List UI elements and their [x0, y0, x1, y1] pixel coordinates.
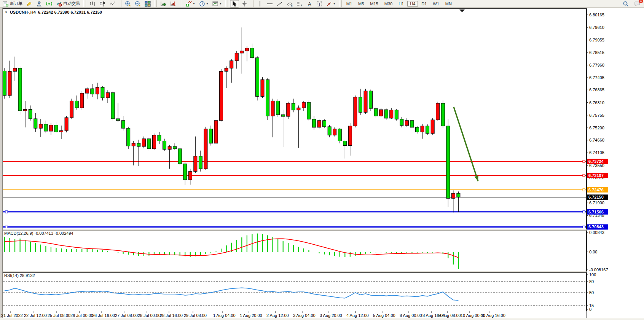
- auto-scroll-button[interactable]: [159, 0, 168, 8]
- svg-text:6.70843: 6.70843: [588, 224, 604, 229]
- svg-text:6.78515: 6.78515: [589, 50, 604, 55]
- timeframe-m30-button[interactable]: M30: [382, 1, 395, 7]
- styles-button[interactable]: [25, 0, 34, 8]
- svg-text:6.74105: 6.74105: [589, 150, 604, 155]
- line-handle[interactable]: [583, 211, 585, 213]
- cursor-button[interactable]: [230, 0, 239, 8]
- zoom-out-icon: [135, 1, 141, 7]
- tile-windows-button[interactable]: [143, 0, 152, 8]
- line-handle[interactable]: [583, 189, 585, 191]
- periods-button[interactable]: ▼: [198, 0, 210, 8]
- alerts-button[interactable]: [45, 0, 54, 8]
- date-label: 28 Jul 16:00: [160, 313, 183, 318]
- horizontal-line-button[interactable]: [265, 0, 274, 8]
- macd-pane[interactable]: [3, 231, 587, 271]
- text-label-button[interactable]: T: [315, 0, 324, 8]
- toolbar-separator: [83, 0, 86, 7]
- rsi-axis-label: 80: [589, 279, 594, 284]
- toolbar-right: 1: [621, 0, 644, 8]
- equidistant-channel-icon: E: [287, 1, 293, 7]
- scroll-group: [158, 0, 179, 7]
- line-handle[interactable]: [583, 174, 585, 177]
- cursor-icon: [231, 1, 238, 7]
- autotrading-button[interactable]: 自动交易: [54, 0, 81, 8]
- symbol-period-label: USDCNH-,H4: [10, 10, 36, 14]
- chart-type-group: [87, 0, 118, 7]
- timeframe-d1-button[interactable]: D1: [419, 1, 429, 7]
- arrow-objects-icon: [326, 1, 332, 7]
- timeframe-mn-button[interactable]: MN: [443, 1, 454, 7]
- rsi-axis-label: 100: [589, 272, 596, 277]
- line-handle[interactable]: [5, 211, 8, 213]
- equidistant-channel-button[interactable]: E: [285, 0, 294, 8]
- search-button[interactable]: [621, 0, 630, 8]
- templates-button[interactable]: ▼: [211, 0, 223, 8]
- timeframe-w1-button[interactable]: W1: [430, 1, 442, 7]
- text-button[interactable]: A: [305, 0, 314, 8]
- timeframe-m15-button[interactable]: M15: [367, 1, 381, 7]
- notifications-button[interactable]: 1: [633, 0, 642, 8]
- profile-button[interactable]: [35, 0, 44, 8]
- timeframe-m1-button[interactable]: M1: [344, 1, 355, 7]
- chart-canvas[interactable]: 6.801656.796106.790556.785156.779606.774…: [0, 0, 644, 320]
- notification-badge: 1: [639, 0, 643, 3]
- rsi-indicator-label: RSI(14) 28.9132: [4, 273, 35, 278]
- candlestick-chart-button[interactable]: [98, 0, 107, 8]
- arrows-button[interactable]: ▼: [325, 0, 337, 8]
- autotrading-icon: [56, 1, 62, 7]
- objects-group: E F A T ▼: [254, 0, 338, 7]
- indicators-button[interactable]: ▼: [184, 0, 197, 8]
- pane-divider[interactable]: [3, 271, 587, 272]
- chevron-down-icon: ▼: [333, 2, 336, 5]
- svg-text:6.72476: 6.72476: [588, 188, 604, 192]
- chevron-down-icon: ▼: [193, 2, 195, 5]
- tile-windows-icon: [145, 1, 151, 7]
- trendline-icon: [277, 1, 283, 7]
- pane-divider[interactable]: [3, 229, 587, 231]
- text-label-icon: T: [316, 1, 322, 7]
- date-label: 2 Aug 12:00: [266, 313, 289, 318]
- crosshair-button[interactable]: [240, 0, 249, 8]
- chart-menu-triangle-icon[interactable]: ▼: [5, 11, 8, 14]
- svg-text:A: A: [308, 1, 311, 7]
- date-label: 28 Jul 00:00: [138, 313, 161, 318]
- date-label: 26 Jul 00:00: [70, 313, 93, 318]
- crosshair-icon: [241, 1, 247, 7]
- date-axis[interactable]: 21 Jul 202222 Jul 12:0025 Jul 08:0026 Ju…: [1, 311, 505, 318]
- timeframe-m5-button[interactable]: M5: [355, 1, 367, 7]
- fibonacci-button[interactable]: F: [295, 0, 304, 8]
- macd-axis-label: 0.00: [589, 250, 597, 254]
- timeframe-h4-button[interactable]: H4: [407, 1, 418, 7]
- toolbar-separator: [180, 0, 182, 7]
- price-pane[interactable]: [3, 9, 587, 229]
- timeframe-h1-button[interactable]: H1: [396, 1, 406, 7]
- trendline-button[interactable]: [275, 0, 284, 8]
- text-icon: A: [306, 1, 312, 7]
- line-handle[interactable]: [5, 226, 8, 228]
- svg-text:6.79055: 6.79055: [589, 38, 604, 42]
- chart-shift-button[interactable]: [169, 0, 178, 8]
- new-order-button[interactable]: 新订单: [1, 0, 24, 8]
- zoom-out-button[interactable]: [133, 0, 142, 8]
- fibonacci-icon: F: [296, 1, 303, 7]
- svg-text:6.71506: 6.71506: [588, 210, 604, 214]
- date-label: 21 Jul 2022: [1, 313, 23, 318]
- svg-text:6.72150: 6.72150: [588, 195, 604, 199]
- date-label: 1 Aug 04:00: [213, 313, 236, 318]
- svg-text:6.79610: 6.79610: [589, 25, 604, 30]
- line-handle[interactable]: [583, 226, 585, 228]
- bar-chart-button[interactable]: [88, 0, 97, 8]
- horizontal-line-icon: [267, 1, 273, 7]
- indicators-icon: [186, 1, 192, 7]
- date-label: 27 Jul 08:00: [115, 313, 138, 318]
- svg-text:6.73107: 6.73107: [588, 173, 604, 178]
- vertical-line-button[interactable]: [255, 0, 265, 8]
- price-marker: 6.73107: [587, 173, 608, 178]
- line-handle[interactable]: [583, 160, 585, 162]
- rsi-axis-label: 0: [589, 307, 591, 312]
- zoom-in-button[interactable]: [123, 0, 132, 8]
- mt4-window: 新订单 自动交易 ▼ ▼: [0, 0, 644, 320]
- date-label: 26 Jul 16:00: [92, 313, 115, 318]
- template-icon: [212, 1, 218, 7]
- line-chart-button[interactable]: [108, 0, 117, 8]
